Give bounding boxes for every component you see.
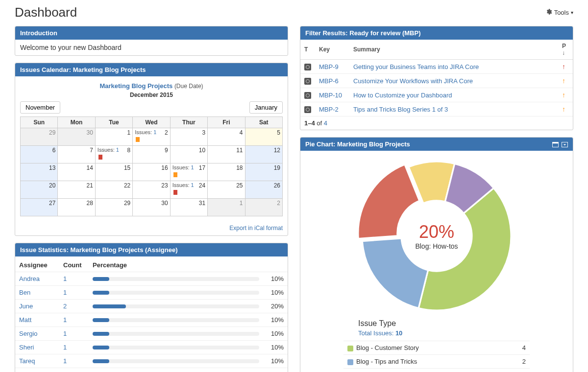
filter-key-link[interactable]: MBP-9 (319, 63, 339, 70)
gadget-header-pie: Pie Chart: Marketing Blog Projects (300, 138, 573, 151)
priority-arrow-icon: ↑ (562, 63, 565, 70)
calendar-cell[interactable]: 14 (58, 163, 95, 181)
stats-count-link[interactable]: 1 (63, 330, 67, 337)
calendar-day-number: 26 (274, 182, 280, 189)
caret-down-icon: ▾ (571, 10, 573, 15)
calendar-cell[interactable]: 2Issues: 1 (133, 128, 170, 146)
calendar-cell[interactable]: 26 (245, 181, 282, 199)
calendar-cell[interactable]: 10 (170, 146, 207, 163)
calendar-cell[interactable]: 1 (95, 128, 132, 146)
filter-total-link[interactable]: 4 (324, 119, 327, 127)
calendar-cell[interactable]: 8Issues: 1 (95, 146, 132, 163)
calendar-next-button[interactable]: January (249, 101, 283, 114)
calendar-cell[interactable]: 19 (245, 163, 282, 181)
calendar-issue-marker[interactable] (173, 172, 177, 177)
calendar-cell[interactable]: 6 (21, 146, 58, 163)
stats-assignee-link[interactable]: June (19, 302, 33, 310)
calendar-cell[interactable]: 29 (95, 199, 132, 216)
stats-count-link[interactable]: 2 (63, 302, 67, 310)
tools-menu[interactable]: Tools ▾ (545, 8, 573, 17)
stats-assignee-link[interactable]: Tareq (19, 357, 35, 365)
calendar-prev-button[interactable]: November (20, 101, 60, 114)
calendar-cell[interactable]: 1 (208, 199, 245, 216)
filter-key-link[interactable]: MBP-2 (319, 106, 339, 113)
legend-count: 2 (510, 369, 530, 372)
calendar-day-number: 19 (274, 164, 280, 171)
stats-assignee-link[interactable]: Ben (19, 289, 30, 296)
legend-row[interactable]: Blog - Tips and Tricks2 (343, 355, 530, 369)
calendar-cell[interactable]: 3 (170, 128, 207, 146)
calendar-cell[interactable]: 16 (133, 163, 170, 181)
calendar-issues-label: Issues: 1 (98, 147, 119, 153)
calendar-issue-count-link[interactable]: 1 (153, 129, 156, 135)
calendar-cell[interactable]: 25 (208, 181, 245, 199)
calendar-cell[interactable]: 4 (208, 128, 245, 146)
calendar-cell[interactable]: 15 (95, 163, 132, 181)
filter-row: MBP-6Customize Your Workflows with JIRA … (300, 74, 573, 88)
filter-col-priority[interactable]: P ↓ (558, 40, 573, 60)
calendar-cell[interactable]: 21 (58, 181, 95, 199)
stats-assignee-link[interactable]: Sergio (19, 330, 38, 337)
gadget-header-filter: Filter Results: Ready for review (MBP) (300, 26, 573, 40)
calendar-cell[interactable]: 7 (58, 146, 95, 163)
calendar-day-number: 17 (199, 164, 205, 171)
calendar-cell[interactable]: 30 (133, 199, 170, 216)
calendar-export-link[interactable]: Export in iCal format (229, 225, 283, 232)
stats-count-link[interactable]: 1 (63, 275, 67, 282)
stats-count-link[interactable]: 1 (63, 357, 67, 365)
filter-summary-link[interactable]: Tips and Tricks Blog Series 1 of 3 (353, 106, 448, 113)
calendar-issue-marker[interactable] (98, 155, 102, 160)
filter-summary-link[interactable]: Customize Your Workflows with JIRA Core (353, 77, 473, 85)
calendar-cell[interactable]: 28 (58, 199, 95, 216)
legend-row[interactable]: Blog - Customer Story4 (343, 341, 530, 355)
calendar-cell[interactable]: 22 (95, 181, 132, 199)
pie-total-link[interactable]: Total Issues: 10 (358, 329, 402, 337)
calendar-cell[interactable]: 5 (245, 128, 282, 146)
calendar-issue-count-link[interactable]: 1 (191, 182, 194, 188)
calendar-cell[interactable]: 30 (58, 128, 95, 146)
calendar-cell[interactable]: 27 (21, 199, 58, 216)
stats-count-link[interactable]: 1 (63, 344, 67, 351)
stats-bar (93, 291, 259, 295)
stats-count-link[interactable]: 1 (63, 289, 67, 296)
stats-assignee-link[interactable]: Andrea (19, 275, 40, 282)
filter-row: MBP-10How to Customize your Dashboard↑ (300, 88, 573, 102)
calendar-cell[interactable]: 31 (170, 199, 207, 216)
calendar-day-number: 22 (124, 182, 130, 189)
stats-count-link[interactable]: 1 (63, 316, 67, 324)
calendar-cell[interactable]: 24Issues: 1 (170, 181, 207, 199)
calendar-issue-count-link[interactable]: 1 (191, 164, 194, 170)
filter-range: 1–4 (304, 119, 315, 127)
calendar-cell[interactable]: 13 (21, 163, 58, 181)
calendar-day-number: 1 (127, 129, 131, 136)
dropdown-icon[interactable] (562, 141, 568, 147)
calendar-cell[interactable]: 29 (21, 128, 58, 146)
legend-row[interactable]: Blog: How-tos2 (343, 369, 530, 372)
stats-assignee-link[interactable]: Matt (19, 316, 31, 324)
filter-summary-link[interactable]: Getting your Business Teams into JIRA Co… (353, 63, 479, 70)
filter-key-link[interactable]: MBP-10 (319, 92, 342, 99)
calendar-cell[interactable]: 18 (208, 163, 245, 181)
calendar-day-number: 7 (90, 147, 93, 154)
calendar-issue-count-link[interactable]: 1 (116, 147, 119, 153)
gadget-header-introduction: Introduction (15, 26, 288, 40)
stats-row: Andrea110% (15, 272, 288, 286)
calendar-cell[interactable]: 23 (133, 181, 170, 199)
pie-chart[interactable]: 20% Blog: How-tos (358, 158, 515, 314)
calendar-cell[interactable]: 11 (208, 146, 245, 163)
calendar-issue-marker[interactable] (136, 137, 140, 142)
filter-key-link[interactable]: MBP-6 (319, 77, 339, 85)
calendar-project-link[interactable]: Marketing Blog Projects (99, 82, 172, 90)
maximize-icon[interactable] (552, 141, 559, 147)
legend-label: Blog - Customer Story (356, 344, 419, 351)
calendar-cell[interactable]: 2 (245, 199, 282, 216)
stats-bar (93, 304, 259, 308)
calendar-cell[interactable]: 12 (245, 146, 282, 163)
calendar-cell[interactable]: 9 (133, 146, 170, 163)
gadget-title: Introduction (20, 29, 57, 37)
stats-assignee-link[interactable]: Sheri (19, 344, 34, 351)
calendar-issue-marker[interactable] (173, 190, 177, 195)
calendar-cell[interactable]: 20 (21, 181, 58, 199)
filter-summary-link[interactable]: How to Customize your Dashboard (353, 92, 452, 99)
calendar-cell[interactable]: 17Issues: 1 (170, 163, 207, 181)
